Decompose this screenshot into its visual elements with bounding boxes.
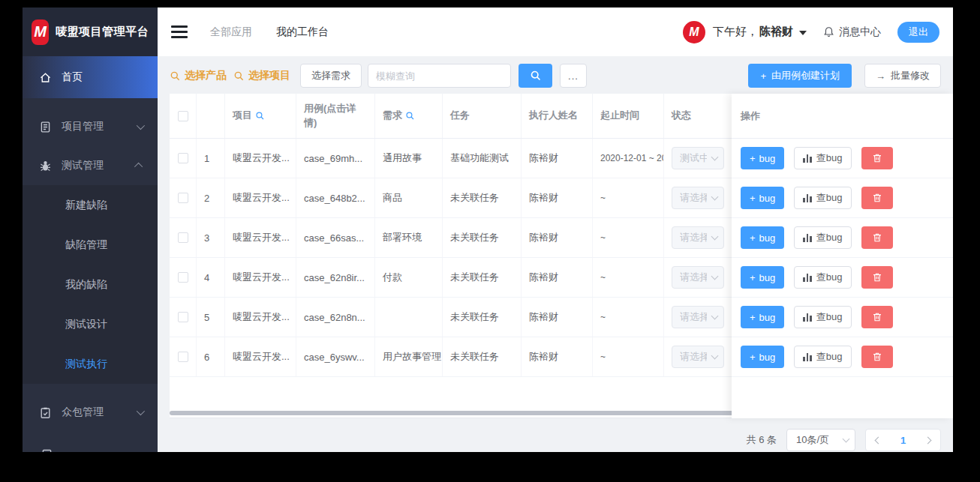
chevron-down-icon [711,154,719,161]
cell-case[interactable]: case_6yswv... [296,337,375,376]
add-bug-button[interactable]: + bug [741,266,784,289]
sidebar-item-test-execution[interactable]: 测试执行 [23,344,158,384]
cell-period: ~ [593,218,664,257]
fuzzy-search-input[interactable] [368,64,511,88]
column-index [197,94,225,138]
select-product-link[interactable]: 选择产品 [170,69,227,82]
add-bug-button[interactable]: + bug [741,147,784,169]
delete-button[interactable] [861,306,893,328]
cell-index: 1 [197,139,225,178]
sidebar-item-home[interactable]: 首页 [23,56,158,98]
search-icon[interactable] [255,111,265,121]
cell-status: 请选择 [664,258,732,297]
status-select[interactable]: 请选择 [672,346,724,368]
trash-icon [872,193,882,203]
view-bug-button[interactable]: 查bug [794,187,851,209]
cell-case[interactable]: case_69mh... [296,139,375,178]
view-bug-button[interactable]: 查bug [794,266,851,289]
sidebar-item-project-mgmt[interactable]: 项目管理 [23,107,158,146]
status-select[interactable]: 请选择 [672,187,724,209]
cell-case[interactable]: case_62n8ir... [296,258,375,297]
cell-requirement: 用户故事管理 [375,337,443,376]
sidebar: M 唛盟项目管理平台 首页 项目管理 [23,7,158,452]
view-bug-button[interactable]: 查bug [794,306,851,328]
page-number[interactable]: 1 [891,430,915,451]
page-size-select[interactable]: 10条/页 [786,429,855,451]
hamburger-menu-icon[interactable] [171,25,188,38]
view-bug-button[interactable]: 查bug [794,147,851,169]
delete-button[interactable] [861,147,893,169]
bell-icon [823,26,834,37]
message-center-link[interactable]: 消息中心 [823,25,881,39]
view-bug-button[interactable]: 查bug [794,226,851,249]
cell-case[interactable]: case_648b2... [296,178,375,217]
cell-project: 唛盟云开发... [225,258,296,297]
pager: 1 [865,429,941,451]
add-bug-button[interactable]: + bug [741,346,784,368]
trash-icon [872,312,882,322]
nav-all-apps[interactable]: 全部应用 [210,25,252,39]
add-bug-label: bug [759,272,776,283]
cell-case[interactable]: case_62n8n... [296,298,375,337]
sidebar-item-test-design[interactable]: 测试设计 [23,304,158,344]
add-bug-button[interactable]: + bug [741,187,784,209]
topbar: 全部应用 我的工作台 M 下午好， 陈裕财 消息中心 [158,7,953,56]
trash-icon [872,232,882,243]
status-select[interactable]: 请选择 [672,266,724,289]
caret-down-icon[interactable] [799,31,807,35]
more-filters-button[interactable]: ... [560,64,587,88]
cell-period: ~ [593,298,664,337]
sidebar-item-test-mgmt[interactable]: 测试管理 [23,146,158,185]
delete-button[interactable] [861,266,893,289]
cell-status: 测试中 [664,139,732,178]
row-checkbox[interactable] [178,312,188,322]
delete-button[interactable] [861,226,893,249]
avatar[interactable]: M [683,21,705,43]
delete-button[interactable] [861,346,893,368]
batch-edit-label: 批量修改 [891,69,930,82]
sidebar-item-label: 众包管理 [62,406,104,419]
user-menu[interactable]: 下午好， 陈裕财 [713,25,793,39]
next-page-button[interactable] [915,430,940,451]
status-select[interactable]: 请选择 [672,306,724,328]
sidebar-item-crowd-mgmt[interactable]: 众包管理 [23,393,158,432]
add-bug-button[interactable]: + bug [741,226,784,249]
prev-page-button[interactable] [866,430,891,451]
nav-my-workbench[interactable]: 我的工作台 [276,25,329,39]
select-requirement-button[interactable]: 选择需求 [300,64,362,88]
cell-period: ~ [593,258,664,297]
cell-index: 3 [197,218,225,257]
select-all-checkbox[interactable] [178,111,188,121]
row-checkbox[interactable] [178,193,188,203]
plus-icon: + [750,232,756,244]
select-project-link[interactable]: 选择项目 [233,69,290,82]
status-select[interactable]: 请选择 [672,226,724,249]
view-bug-button[interactable]: 查bug [794,346,851,368]
horizontal-scrollbar[interactable] [170,411,819,415]
create-plan-button[interactable]: + 由用例创建计划 [748,64,852,88]
add-bug-button[interactable]: + bug [741,306,784,328]
search-icon[interactable] [405,111,415,121]
username: 陈裕财 [759,25,793,39]
status-select[interactable]: 测试中 [672,147,724,169]
bar-chart-icon [803,234,812,242]
row-checkbox[interactable] [178,153,188,163]
column-label: 需求 [383,109,402,122]
document-icon [39,121,52,133]
row-checkbox[interactable] [178,272,188,283]
sidebar-item-partial[interactable] [23,448,158,452]
cell-case[interactable]: case_66sas... [296,218,375,257]
logout-button[interactable]: 退出 [897,22,939,43]
select-project-label: 选择项目 [248,69,290,82]
bar-chart-icon [803,313,812,322]
column-project: 项目 [225,94,296,138]
batch-edit-button[interactable]: → 批量修改 [864,64,941,88]
delete-button[interactable] [861,187,893,209]
sidebar-item-defect-mgmt[interactable]: 缺陷管理 [23,225,158,265]
row-checkbox[interactable] [178,352,188,362]
search-button[interactable] [519,64,552,88]
sidebar-item-my-defects[interactable]: 我的缺陷 [23,265,158,304]
topbar-nav: 全部应用 我的工作台 [210,25,329,39]
row-checkbox[interactable] [178,232,188,243]
sidebar-item-new-defect[interactable]: 新建缺陷 [23,185,158,225]
